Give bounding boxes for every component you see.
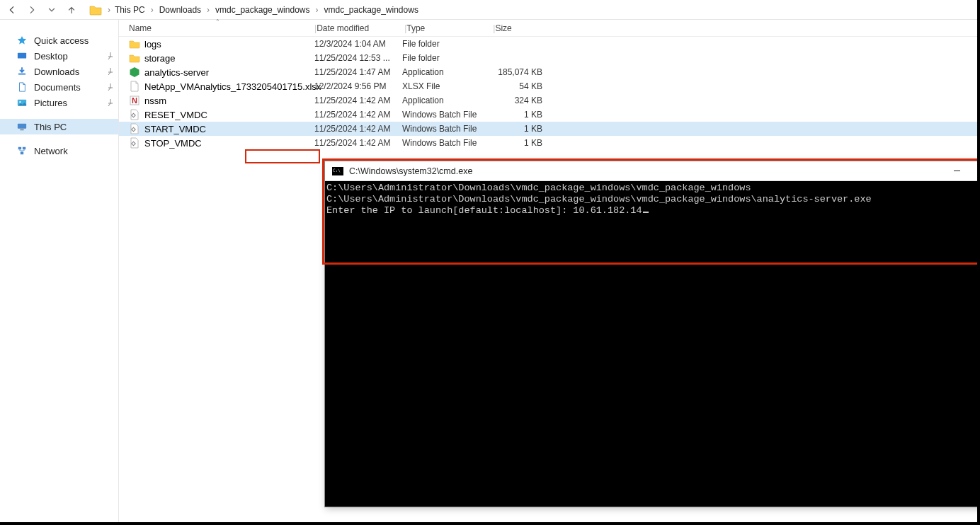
file-type: File folder (402, 53, 489, 63)
sidebar-label: Pictures (34, 98, 67, 108)
this-pc-icon (16, 122, 28, 132)
file-list-pane: Name⌃ | Date modified | Type | Size logs… (119, 20, 977, 522)
file-icon (129, 137, 140, 149)
pin-icon (107, 67, 114, 74)
file-row[interactable]: analytics-server11/25/2024 1:47 AMApplic… (119, 65, 977, 79)
file-type: XLSX File (402, 81, 489, 91)
sidebar: Quick access Desktop Downloads Documents (0, 20, 119, 522)
nav-buttons (0, 2, 84, 18)
chevron-right-icon: › (106, 5, 112, 15)
column-headers: Name⌃ | Date modified | Type | Size (119, 20, 977, 37)
sidebar-item-network[interactable]: Network (0, 143, 118, 158)
folder-icon (88, 3, 103, 17)
file-icon (129, 38, 140, 50)
sidebar-label: Quick access (34, 35, 89, 46)
sidebar-item-quick-access[interactable]: Quick access (0, 33, 118, 48)
column-header-date[interactable]: Date modified (317, 23, 404, 33)
svg-text:N: N (132, 96, 137, 105)
chevron-right-icon: › (205, 5, 211, 15)
file-row[interactable]: logs12/3/2024 1:04 AMFile folder (119, 37, 977, 51)
maximize-button[interactable] (973, 161, 980, 181)
file-type: Application (402, 67, 489, 77)
svg-rect-7 (21, 152, 23, 155)
breadcrumb-part[interactable]: vmdc_package_windows (212, 2, 312, 18)
sidebar-label: This PC (34, 122, 67, 132)
breadcrumb-part[interactable]: Downloads (156, 2, 204, 18)
file-name: RESET_VMDC (144, 110, 207, 120)
svg-point-2 (19, 101, 21, 103)
pictures-icon (16, 98, 28, 108)
file-name: NetApp_VMAnalytics_1733205401715.xlsx (144, 81, 321, 92)
file-type: File folder (402, 39, 489, 49)
sidebar-item-pictures[interactable]: Pictures (0, 95, 118, 110)
back-button[interactable] (3, 2, 21, 18)
svg-rect-4 (20, 129, 23, 131)
sidebar-label: Downloads (34, 67, 79, 77)
recent-dropdown[interactable] (42, 2, 61, 18)
file-row[interactable]: storage11/25/2024 12:53 ...File folder (119, 51, 977, 65)
pin-icon (107, 51, 114, 58)
minimize-button[interactable] (940, 161, 973, 181)
cmd-titlebar[interactable]: C:\Windows\system32\cmd.exe (325, 161, 980, 181)
column-header-type[interactable]: Type (406, 23, 493, 33)
svg-rect-6 (23, 147, 25, 150)
breadcrumb: This PC› Downloads› vmdc_package_windows… (112, 2, 421, 18)
file-name: storage (144, 53, 175, 64)
file-row[interactable]: RESET_VMDC11/25/2024 1:42 AMWindows Batc… (119, 108, 977, 122)
main-area: Quick access Desktop Downloads Documents (0, 20, 977, 522)
svg-rect-0 (18, 53, 26, 59)
sidebar-item-downloads[interactable]: Downloads (0, 64, 118, 79)
file-name: analytics-server (144, 67, 209, 78)
file-rows: logs12/3/2024 1:04 AMFile folderstorage1… (119, 37, 977, 150)
file-icon: N (129, 95, 140, 106)
file-date: 11/25/2024 1:42 AM (314, 96, 402, 105)
breadcrumb-part[interactable]: This PC (112, 2, 148, 18)
file-date: 11/25/2024 1:42 AM (314, 138, 402, 148)
file-size: 324 KB (489, 96, 545, 105)
sidebar-item-documents[interactable]: Documents (0, 79, 118, 95)
file-row[interactable]: STOP_VMDC11/25/2024 1:42 AMWindows Batch… (119, 136, 977, 150)
cmd-output[interactable]: C:\Users\Administrator\Downloads\vmdc_pa… (325, 181, 980, 507)
file-icon (129, 67, 140, 78)
sidebar-label: Network (34, 146, 68, 156)
file-date: 11/25/2024 12:53 ... (314, 53, 402, 63)
file-date: 11/25/2024 1:42 AM (314, 110, 402, 120)
column-header-name[interactable]: Name⌃ (129, 23, 314, 33)
file-name: START_VMDC (144, 124, 206, 134)
file-row[interactable]: NetApp_VMAnalytics_1733205401715.xlsx12/… (119, 79, 977, 93)
file-type: Application (402, 96, 489, 105)
documents-icon (16, 82, 28, 92)
up-button[interactable] (62, 2, 81, 18)
column-header-size[interactable]: Size (495, 23, 552, 33)
sidebar-label: Desktop (34, 51, 68, 62)
cursor (643, 212, 649, 213)
network-icon (16, 146, 28, 156)
file-icon (129, 123, 140, 134)
file-size: 185,074 KB (489, 67, 545, 77)
star-icon (16, 35, 28, 45)
address-bar: › This PC› Downloads› vmdc_package_windo… (0, 0, 977, 20)
annotation-box (245, 149, 320, 163)
file-date: 12/2/2024 9:56 PM (314, 81, 402, 91)
desktop-icon (16, 51, 28, 61)
sidebar-item-this-pc[interactable]: This PC (0, 119, 118, 134)
sidebar-label: Documents (34, 82, 81, 93)
cmd-icon (332, 167, 343, 175)
chevron-right-icon: › (314, 5, 319, 15)
sort-asc-icon: ⌃ (215, 18, 220, 25)
file-date: 11/25/2024 1:47 AM (314, 67, 402, 77)
file-type: Windows Batch File (402, 110, 489, 120)
chevron-right-icon: › (149, 5, 155, 15)
file-row[interactable]: Nnssm11/25/2024 1:42 AMApplication324 KB (119, 93, 977, 108)
forward-button[interactable] (23, 2, 41, 18)
cmd-title-text: C:\Windows\system32\cmd.exe (349, 166, 940, 176)
file-type: Windows Batch File (402, 138, 489, 148)
file-date: 12/3/2024 1:04 AM (314, 39, 402, 49)
file-row[interactable]: START_VMDC11/25/2024 1:42 AMWindows Batc… (119, 122, 977, 136)
file-name: logs (144, 39, 161, 50)
file-size: 1 KB (489, 110, 545, 120)
sidebar-item-desktop[interactable]: Desktop (0, 48, 118, 64)
breadcrumb-part[interactable]: vmdc_package_windows (321, 2, 421, 18)
file-size: 54 KB (489, 81, 545, 91)
svg-rect-3 (18, 124, 26, 129)
